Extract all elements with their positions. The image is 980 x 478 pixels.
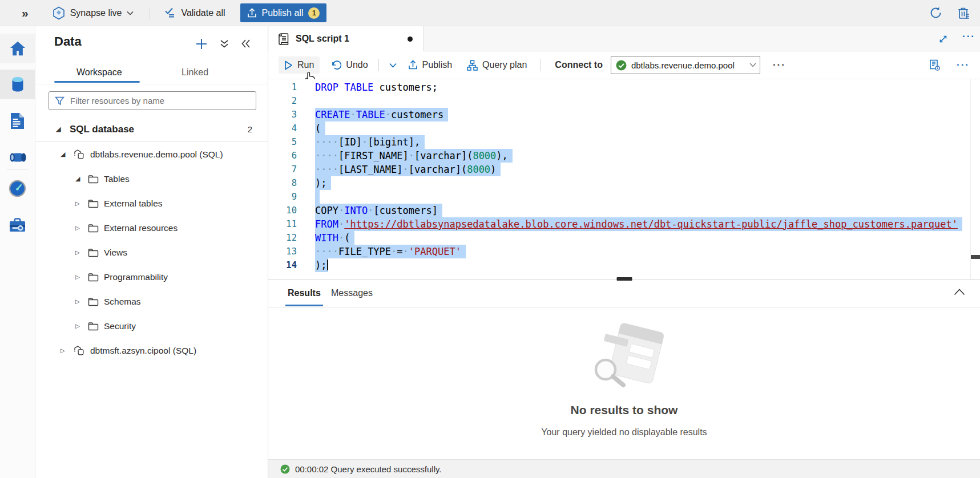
code-line[interactable]: 12WITH·( xyxy=(268,231,970,245)
collapse-panel-icon[interactable] xyxy=(241,39,251,48)
code-line[interactable]: 10COPY·INTO·[customers] xyxy=(268,204,970,217)
tab-results[interactable]: Results xyxy=(285,279,323,306)
expanded-icon[interactable]: ◢ xyxy=(61,151,69,158)
tree-item[interactable]: ▷Schemas xyxy=(35,289,268,314)
code-line[interactable]: 1DROP TABLE customers; xyxy=(268,80,970,94)
connected-check-icon xyxy=(616,60,627,71)
validate-all-button[interactable]: Validate all xyxy=(164,7,225,18)
collapsed-icon[interactable]: ▷ xyxy=(75,323,84,329)
expand-nav-icon[interactable]: » xyxy=(22,7,29,19)
line-number: 12 xyxy=(268,231,297,245)
collapsed-icon[interactable]: ▷ xyxy=(75,298,84,305)
resource-tree: ◢SQL database2◢dbtlabs.revenue.demo.pool… xyxy=(35,117,268,478)
code-line[interactable]: 13····FILE_TYPE·=·'PARQUET' xyxy=(268,245,970,258)
expanded-icon[interactable]: ◢ xyxy=(56,125,64,133)
expand-editor-icon[interactable] xyxy=(938,34,948,44)
delete-icon[interactable] xyxy=(957,6,970,20)
tree-item[interactable]: ▷Views xyxy=(35,240,268,265)
folder-icon xyxy=(88,297,99,306)
tree-item-label: Schemas xyxy=(104,297,141,307)
unsaved-indicator xyxy=(408,37,413,42)
folder-icon xyxy=(88,322,99,331)
expanded-icon[interactable]: ◢ xyxy=(75,175,84,183)
publish-button[interactable]: Publish xyxy=(402,56,458,74)
tree-item[interactable]: ▷Programmability xyxy=(35,265,268,289)
code-line[interactable]: 5····[ID]·[bigint], xyxy=(268,135,970,149)
code-line[interactable]: 2 xyxy=(268,94,970,108)
code-line-text: ····[LAST_NAME]·[varchar](8000) xyxy=(315,163,496,176)
tab-more-icon[interactable]: ··· xyxy=(962,31,975,42)
editor-more-icon[interactable]: ··· xyxy=(957,59,970,71)
panel-resize-grip[interactable] xyxy=(616,277,632,281)
sql-code-editor[interactable]: 14);13····FILE_TYPE·=·'PARQUET'12WITH·(1… xyxy=(268,79,980,279)
document-tab-strip: SQL script 1 ··· xyxy=(268,26,980,51)
success-check-icon xyxy=(280,464,290,474)
code-line[interactable]: 3CREATE·TABLE·customers xyxy=(268,108,970,121)
line-number: 4 xyxy=(268,121,297,135)
data-panel-tabs: Workspace Linked xyxy=(35,59,268,84)
develop-icon[interactable] xyxy=(0,106,35,136)
folder-icon xyxy=(88,199,99,208)
query-plan-icon xyxy=(467,60,478,71)
left-nav-rail xyxy=(0,26,35,478)
line-number: 6 xyxy=(268,149,297,163)
collapsed-icon[interactable]: ▷ xyxy=(61,347,69,354)
connected-pool-label: dbtlabs.revenue.demo.pool xyxy=(631,60,749,70)
line-number: 11 xyxy=(268,217,297,231)
code-line[interactable]: 8); xyxy=(268,176,970,190)
collapsed-icon[interactable]: ▷ xyxy=(75,249,84,256)
sql-script-tab[interactable]: SQL script 1 xyxy=(269,26,424,51)
code-line[interactable]: 14); xyxy=(268,258,970,272)
code-line[interactable]: 11FROM·'https://dbtlabsynapsedatalake.bl… xyxy=(268,217,970,231)
tab-linked[interactable]: Linked xyxy=(179,64,211,81)
mode-selector[interactable]: Synapse live xyxy=(53,6,134,20)
undo-button[interactable]: Undo xyxy=(325,56,373,74)
code-line[interactable]: 7····[LAST_NAME]·[varchar](8000) xyxy=(268,163,970,176)
tree-item-label: External resources xyxy=(104,223,178,233)
top-bar: » Synapse live Validate all Publish all … xyxy=(0,0,980,26)
code-line[interactable]: 4( xyxy=(268,121,970,135)
toolbar-more-icon[interactable]: ··· xyxy=(773,59,786,71)
synapse-studio-window: » Synapse live Validate all Publish all … xyxy=(0,0,980,478)
code-line[interactable]: 9 xyxy=(268,190,970,204)
integrate-icon[interactable] xyxy=(0,143,35,172)
filter-input[interactable] xyxy=(69,95,256,106)
line-number: 2 xyxy=(268,94,297,108)
tree-item-label: Views xyxy=(104,248,127,258)
monitor-icon[interactable] xyxy=(0,173,35,203)
properties-icon[interactable] xyxy=(929,59,941,71)
editor-scrollbar[interactable] xyxy=(970,79,980,279)
refresh-icon[interactable] xyxy=(929,6,942,19)
home-icon[interactable] xyxy=(0,34,35,63)
tree-item[interactable]: ▷dbtmsft.azsyn.cipool (SQL) xyxy=(35,338,268,363)
synapse-live-icon xyxy=(53,6,65,20)
editor-region: SQL script 1 ··· Run Undo Publish xyxy=(268,26,980,478)
manage-icon[interactable] xyxy=(0,210,35,240)
tree-item[interactable]: ▷Security xyxy=(35,314,268,338)
tree-item[interactable]: ◢SQL database2 xyxy=(35,117,268,141)
connect-to-dropdown[interactable]: dbtlabs.revenue.demo.pool xyxy=(611,56,760,74)
collapsed-icon[interactable]: ▷ xyxy=(75,225,84,231)
tree-item[interactable]: ◢dbtlabs.revenue.demo.pool (SQL) xyxy=(35,142,268,167)
code-line[interactable]: 6····[FIRST_NAME]·[varchar](8000), xyxy=(268,149,970,163)
collapse-all-icon[interactable] xyxy=(220,39,229,48)
collapsed-icon[interactable]: ▷ xyxy=(75,200,84,206)
tree-item[interactable]: ▷External resources xyxy=(35,216,268,240)
publish-all-button[interactable]: Publish all 1 xyxy=(240,3,327,22)
collapsed-icon[interactable]: ▷ xyxy=(75,274,84,280)
tree-item-label: dbtmsft.azsyn.cipool (SQL) xyxy=(90,346,196,356)
line-number: 10 xyxy=(268,204,297,217)
run-button[interactable]: Run xyxy=(279,56,320,74)
tab-workspace[interactable]: Workspace xyxy=(74,64,124,81)
collapse-results-icon[interactable] xyxy=(954,288,965,295)
add-resource-icon[interactable] xyxy=(195,38,208,50)
data-icon[interactable] xyxy=(0,70,35,99)
undo-menu-chevron-icon[interactable] xyxy=(389,63,397,68)
folder-icon xyxy=(88,224,99,233)
tree-item[interactable]: ▷External tables xyxy=(35,191,268,216)
connect-to-label: Connect to xyxy=(555,60,603,70)
tree-item[interactable]: ◢Tables xyxy=(35,167,268,191)
tab-messages[interactable]: Messages xyxy=(329,279,375,306)
results-panel-header: Results Messages xyxy=(268,279,980,307)
query-plan-button[interactable]: Query plan xyxy=(461,56,533,74)
